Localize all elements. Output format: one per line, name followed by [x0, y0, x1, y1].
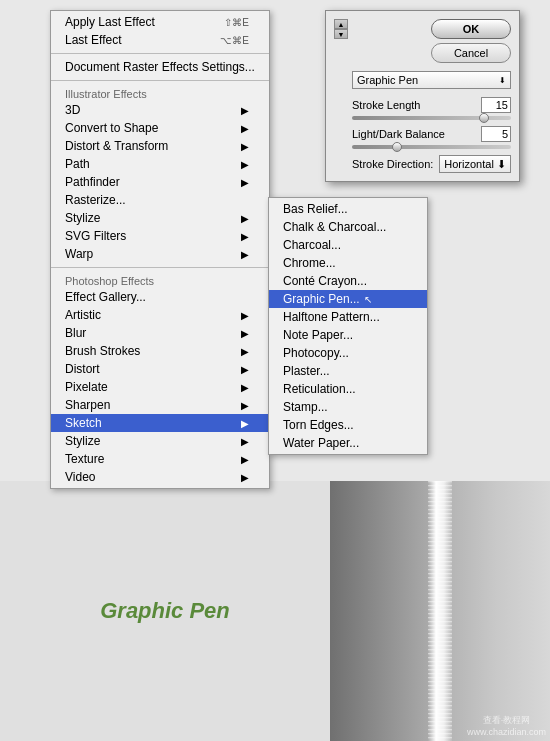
- submenu-graphic-pen[interactable]: Graphic Pen... ↖: [269, 290, 427, 308]
- light-dark-value[interactable]: 5: [481, 126, 511, 142]
- stroke-length-value[interactable]: 15: [481, 97, 511, 113]
- submenu-stamp[interactable]: Stamp...: [269, 398, 427, 416]
- ok-button[interactable]: OK: [431, 19, 511, 39]
- menu-artistic[interactable]: Artistic ▶: [51, 306, 269, 324]
- menu-convert-shape[interactable]: Convert to Shape ▶: [51, 119, 269, 137]
- cancel-button[interactable]: Cancel: [431, 43, 511, 63]
- light-dark-thumb[interactable]: [392, 142, 402, 152]
- watermark: 查看·教程网 www.chazidian.com: [467, 714, 546, 737]
- preview-stroke: [428, 481, 452, 741]
- direction-row: Stroke Direction: Horizontal ⬇: [352, 155, 511, 173]
- menu-rasterize[interactable]: Rasterize...: [51, 191, 269, 209]
- scroll-down-arrow[interactable]: ▼: [334, 29, 348, 39]
- submenu-note-paper[interactable]: Note Paper...: [269, 326, 427, 344]
- submenu-conte-crayon[interactable]: Conté Crayon...: [269, 272, 427, 290]
- menu-stylize-ps[interactable]: Stylize ▶: [51, 432, 269, 450]
- submenu-torn-edges[interactable]: Torn Edges...: [269, 416, 427, 434]
- arrow-icon: ▶: [241, 141, 249, 152]
- submenu-plaster[interactable]: Plaster...: [269, 362, 427, 380]
- submenu-chrome[interactable]: Chrome...: [269, 254, 427, 272]
- graphic-pen-title: Graphic Pen: [100, 598, 230, 624]
- submenu-reticulation[interactable]: Reticulation...: [269, 380, 427, 398]
- menu-3d[interactable]: 3D ▶: [51, 101, 269, 119]
- title-area: Graphic Pen: [0, 481, 330, 741]
- document-raster-label: Document Raster Effects Settings...: [65, 60, 255, 74]
- last-effect-shortcut: ⌥⌘E: [220, 35, 249, 46]
- arrow-icon: ▶: [241, 123, 249, 134]
- menu-svg-filters[interactable]: SVG Filters ▶: [51, 227, 269, 245]
- last-effect-item[interactable]: Last Effect ⌥⌘E: [51, 31, 269, 49]
- direction-value: Horizontal: [444, 158, 494, 170]
- arrow-icon: ▶: [241, 382, 249, 393]
- arrow-icon: ▶: [241, 454, 249, 465]
- light-dark-track: [352, 145, 511, 149]
- main-menu[interactable]: Apply Last Effect ⇧⌘E Last Effect ⌥⌘E Do…: [50, 10, 270, 489]
- direction-dropdown[interactable]: Horizontal ⬇: [439, 155, 511, 173]
- menu-texture[interactable]: Texture ▶: [51, 450, 269, 468]
- menu-pathfinder[interactable]: Pathfinder ▶: [51, 173, 269, 191]
- arrow-icon: ▶: [241, 472, 249, 483]
- direction-label: Stroke Direction:: [352, 158, 433, 170]
- dialog-content: OK Cancel Graphic Pen ⬇ Stroke Length 15: [334, 19, 511, 173]
- document-raster-item[interactable]: Document Raster Effects Settings...: [51, 58, 269, 76]
- bottom-section: Graphic Pen 查看·教程网 www.chazidian.com: [0, 481, 550, 741]
- stroke-length-thumb[interactable]: [479, 113, 489, 123]
- preview-area: 查看·教程网 www.chazidian.com: [330, 481, 550, 741]
- apply-last-effect-item[interactable]: Apply Last Effect ⇧⌘E: [51, 13, 269, 31]
- graphic-pen-dialog: ▲ ▼ OK Cancel Graphic Pen ⬇ Stroke Lengt…: [325, 10, 520, 182]
- submenu-halftone[interactable]: Halftone Pattern...: [269, 308, 427, 326]
- stroke-length-slider[interactable]: [352, 116, 511, 120]
- arrow-icon: ▶: [241, 177, 249, 188]
- menu-pixelate[interactable]: Pixelate ▶: [51, 378, 269, 396]
- scroll-arrows[interactable]: ▲ ▼: [334, 19, 348, 39]
- arrow-icon: ▶: [241, 310, 249, 321]
- menu-stylize-ill[interactable]: Stylize ▶: [51, 209, 269, 227]
- arrow-icon: ▶: [241, 364, 249, 375]
- menu-sketch[interactable]: Sketch ▶: [51, 414, 269, 432]
- stroke-length-track: [352, 116, 511, 120]
- menu-distort-transform[interactable]: Distort & Transform ▶: [51, 137, 269, 155]
- effect-dropdown[interactable]: Graphic Pen ⬇: [352, 71, 511, 89]
- arrow-icon: ▶: [241, 231, 249, 242]
- sketch-submenu[interactable]: Bas Relief... Chalk & Charcoal... Charco…: [268, 197, 428, 455]
- divider-1: [51, 53, 269, 54]
- menu-distort[interactable]: Distort ▶: [51, 360, 269, 378]
- menu-brush-strokes[interactable]: Brush Strokes ▶: [51, 342, 269, 360]
- arrow-icon: ▶: [241, 213, 249, 224]
- dialog-buttons: OK Cancel: [352, 19, 511, 63]
- illustrator-effects-header: Illustrator Effects: [51, 85, 269, 101]
- last-effect-label: Last Effect: [65, 33, 121, 47]
- cursor-icon: ↖: [364, 294, 372, 305]
- arrow-icon: ▶: [241, 436, 249, 447]
- arrow-icon: ▶: [241, 418, 249, 429]
- submenu-charcoal[interactable]: Charcoal...: [269, 236, 427, 254]
- arrow-icon: ▶: [241, 328, 249, 339]
- stroke-length-label: Stroke Length: [352, 99, 421, 111]
- menu-warp[interactable]: Warp ▶: [51, 245, 269, 263]
- light-dark-slider[interactable]: [352, 145, 511, 149]
- menu-effect-gallery[interactable]: Effect Gallery...: [51, 288, 269, 306]
- dropdown-arrow-icon: ⬇: [499, 76, 506, 85]
- apply-last-effect-shortcut: ⇧⌘E: [224, 17, 249, 28]
- arrow-icon: ▶: [241, 400, 249, 411]
- submenu-photocopy[interactable]: Photocopy...: [269, 344, 427, 362]
- light-dark-label: Light/Dark Balance: [352, 128, 445, 140]
- arrow-icon: ▶: [241, 105, 249, 116]
- effect-dropdown-value: Graphic Pen: [357, 74, 418, 86]
- menu-path[interactable]: Path ▶: [51, 155, 269, 173]
- scroll-up-arrow[interactable]: ▲: [334, 19, 348, 29]
- menu-sharpen[interactable]: Sharpen ▶: [51, 396, 269, 414]
- stroke-texture: [428, 481, 452, 741]
- submenu-water-paper[interactable]: Water Paper...: [269, 434, 427, 452]
- photoshop-effects-header: Photoshop Effects: [51, 272, 269, 288]
- arrow-icon: ▶: [241, 159, 249, 170]
- arrow-icon: ▶: [241, 346, 249, 357]
- arrow-icon: ▶: [241, 249, 249, 260]
- effect-select-row: Graphic Pen ⬇: [352, 71, 511, 89]
- menu-blur[interactable]: Blur ▶: [51, 324, 269, 342]
- submenu-bas-relief[interactable]: Bas Relief...: [269, 200, 427, 218]
- submenu-chalk-charcoal[interactable]: Chalk & Charcoal...: [269, 218, 427, 236]
- dropdown-arrow-icon: ⬇: [497, 158, 506, 171]
- stroke-length-row: Stroke Length 15: [352, 97, 511, 120]
- menu-video[interactable]: Video ▶: [51, 468, 269, 486]
